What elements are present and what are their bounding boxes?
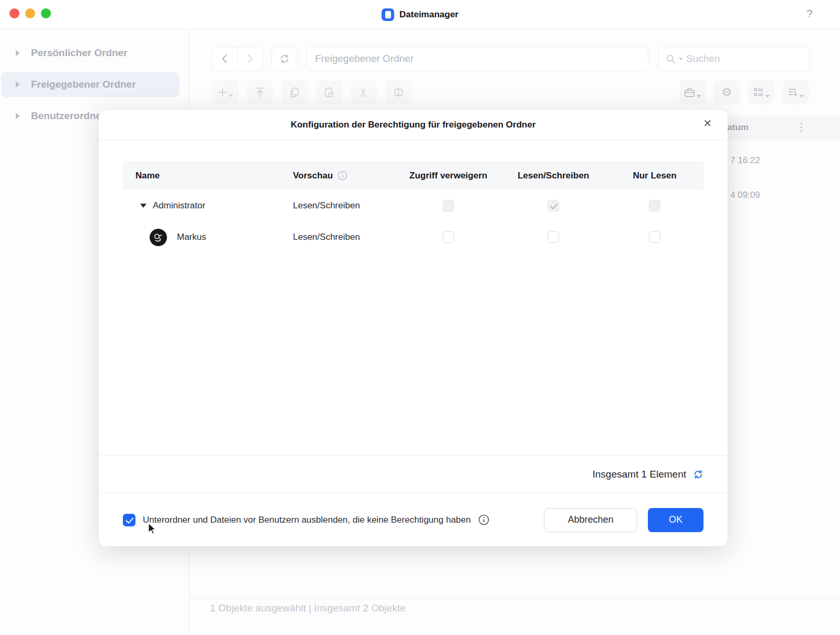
user-avatar (150, 229, 167, 246)
dialog-footer: Unterordner und Dateien vor Benutzern au… (99, 493, 728, 546)
forward-button[interactable] (237, 47, 262, 70)
dialog-header: Konfiguration der Berechtigung für freig… (99, 110, 728, 141)
sidebar-item-label: Persönlicher Ordner (31, 47, 128, 59)
preview-value: Lesen/Schreiben (293, 200, 396, 211)
window-title: Dateimanager (400, 9, 458, 20)
ok-button[interactable]: OK (648, 508, 704, 532)
read-only-checkbox[interactable] (649, 231, 660, 243)
plus-icon (218, 88, 227, 97)
mouse-cursor (145, 522, 159, 536)
chevron-down-icon (765, 95, 770, 98)
app-icon (382, 8, 394, 21)
user-name: Administrator (153, 200, 205, 211)
chevron-down-icon (229, 94, 233, 97)
preview-value: Lesen/Schreiben (293, 232, 396, 242)
sort-button[interactable] (783, 80, 809, 104)
column-header-name: Name (123, 171, 293, 181)
scissors-icon: ✂ (358, 88, 370, 97)
titlebar: Dateimanager ? (0, 0, 840, 29)
copy-button[interactable] (281, 80, 308, 104)
permission-table-header: Name Vorschau Zugriff verweigern Lesen/S… (123, 161, 704, 190)
view-mode-button[interactable] (748, 80, 774, 104)
app-body: Persönlicher Ordner Freigegebener Ordner… (0, 29, 840, 635)
deny-checkbox[interactable] (443, 231, 454, 243)
chevron-right-icon[interactable] (16, 81, 20, 88)
location-path: Freigegebener Ordner (315, 53, 414, 65)
chevron-down-icon (800, 95, 804, 98)
chevron-right-icon[interactable] (16, 113, 20, 119)
file-row-date: 7 16:22 (730, 155, 760, 166)
close-window-button[interactable] (9, 8, 19, 18)
search-icon (666, 54, 676, 64)
cut-button[interactable]: ✂ (351, 80, 377, 104)
info-icon[interactable] (338, 171, 348, 181)
sidebar-item-shared-folder[interactable]: Freigegebener Ordner (1, 72, 180, 97)
info-icon[interactable] (478, 514, 489, 525)
new-item-button[interactable] (212, 80, 238, 104)
dialog-summary-bar: Insgesamt 1 Element (99, 455, 728, 493)
user-name-cell: Administrator (123, 200, 293, 211)
location-bar[interactable]: Freigegebener Ordner (306, 47, 648, 71)
search-input[interactable] (686, 53, 786, 65)
deny-checkbox[interactable] (443, 200, 454, 211)
read-only-checkbox[interactable] (649, 200, 660, 211)
briefcase-icon (684, 88, 695, 98)
sort-icon (788, 88, 798, 97)
sidebar-item-label: Freigegebener Ordner (31, 79, 136, 90)
sidebar-item-personal-folder[interactable]: Persönlicher Ordner (1, 40, 180, 66)
refresh-button[interactable] (271, 47, 298, 71)
minimize-window-button[interactable] (25, 8, 35, 18)
permission-table: Name Vorschau Zugriff verweigern Lesen/S… (123, 161, 704, 253)
user-name-cell: Markus (123, 229, 293, 246)
column-header-read-write: Lesen/Schreiben (501, 171, 606, 181)
user-name: Markus (177, 232, 206, 242)
close-icon[interactable]: ✕ (703, 118, 712, 129)
paste-button[interactable] (316, 80, 342, 104)
gear-icon: ⚙ (721, 87, 732, 98)
duplicate-button[interactable] (385, 80, 412, 104)
duplicate-icon (393, 87, 404, 98)
window-title-group: Dateimanager (382, 0, 458, 29)
read-write-checkbox[interactable] (548, 231, 559, 243)
hide-subfolders-label: Unterordner und Dateien vor Benutzern au… (143, 515, 471, 525)
column-header-deny: Zugriff verweigern (396, 171, 501, 181)
table-empty-area (99, 253, 728, 455)
back-button[interactable] (212, 47, 237, 70)
chevron-down-icon (697, 95, 701, 98)
search-filter-caret-icon[interactable] (679, 58, 683, 60)
hide-subfolders-option: Unterordner und Dateien vor Benutzern au… (123, 514, 489, 526)
upload-icon (255, 87, 265, 98)
chevron-right-icon (247, 54, 253, 64)
chevron-left-icon (222, 54, 227, 64)
upload-button[interactable] (247, 80, 273, 104)
search-box[interactable] (658, 47, 810, 71)
refresh-icon (279, 54, 290, 64)
hide-subfolders-checkbox[interactable] (123, 514, 135, 526)
list-view-icon (753, 88, 764, 97)
column-header-preview: Vorschau (293, 171, 396, 181)
dialog-title: Konfiguration der Berechtigung für freig… (291, 120, 536, 130)
traffic-lights (9, 8, 51, 18)
status-bar-text: 1 Objekte ausgewählt | Insgesamt 2 Objek… (210, 602, 405, 614)
permission-dialog: Konfiguration der Berechtigung für freig… (99, 110, 728, 546)
file-row-date: 4 09:09 (730, 190, 760, 200)
app-window: Dateimanager ? Persönlicher Ordner Freig… (0, 0, 840, 635)
read-write-checkbox[interactable] (548, 200, 559, 211)
settings-button[interactable]: ⚙ (713, 80, 740, 104)
paste-icon (324, 87, 334, 98)
cancel-button[interactable]: Abbrechen (544, 508, 637, 532)
expand-collapse-icon[interactable] (140, 204, 146, 208)
summary-text: Insgesamt 1 Element (593, 469, 686, 480)
chevron-right-icon[interactable] (16, 50, 20, 56)
table-row-administrator: Administrator Lesen/Schreiben (123, 190, 704, 221)
help-icon[interactable]: ? (806, 7, 813, 20)
zoom-window-button[interactable] (41, 8, 51, 18)
history-nav-group (212, 47, 263, 71)
column-header-read-only: Nur Lesen (606, 171, 704, 181)
column-options-icon[interactable]: ⋮ (796, 121, 807, 133)
status-bar-divider (190, 598, 840, 599)
copy-icon (289, 87, 300, 98)
dialog-buttons: Abbrechen OK (544, 508, 704, 532)
tools-menu-button[interactable] (679, 80, 706, 104)
refresh-icon[interactable] (693, 469, 704, 480)
